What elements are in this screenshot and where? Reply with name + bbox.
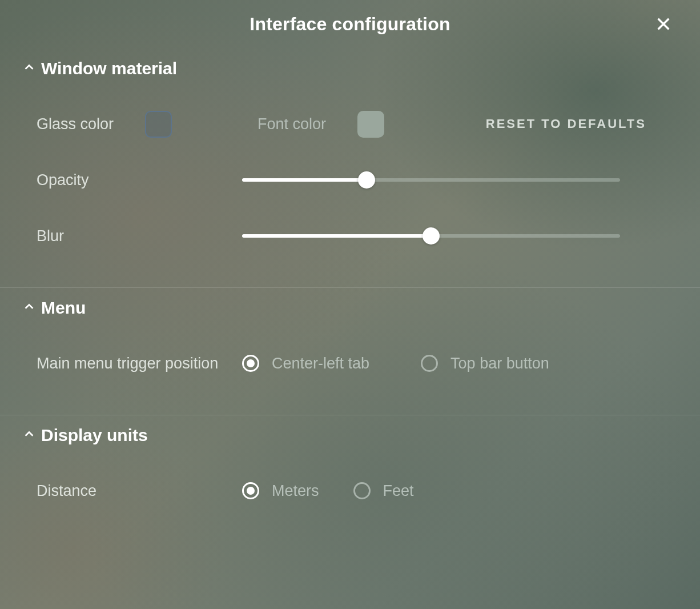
radio-icon: [242, 482, 259, 499]
close-icon: [655, 16, 671, 32]
close-button[interactable]: [652, 13, 675, 35]
radio-label: Center-left tab: [272, 355, 369, 372]
section-header-display-units[interactable]: Display units: [23, 426, 677, 445]
row-blur: Blur: [23, 222, 677, 250]
radio-icon: [353, 482, 371, 499]
radio-center-left-tab[interactable]: Center-left tab: [242, 355, 369, 372]
section-title: Display units: [41, 426, 148, 445]
row-opacity: Opacity: [23, 166, 677, 194]
slider-thumb[interactable]: [358, 171, 375, 189]
chevron-up-icon: [23, 61, 35, 76]
blur-label: Blur: [37, 227, 242, 245]
radio-meters[interactable]: Meters: [242, 482, 319, 500]
distance-label: Distance: [37, 482, 242, 500]
interface-config-dialog: Interface configuration Window material …: [0, 0, 700, 609]
dialog-title: Interface configuration: [0, 14, 700, 35]
section-window-material: Window material Glass color Font color R…: [0, 49, 700, 287]
chevron-up-icon: [23, 301, 35, 315]
glass-color-label: Glass color: [37, 115, 114, 133]
section-title: Window material: [41, 59, 177, 78]
section-header-menu[interactable]: Menu: [23, 298, 677, 318]
blur-slider[interactable]: [242, 227, 620, 245]
row-distance: Distance Meters Feet: [23, 476, 677, 505]
section-header-window-material[interactable]: Window material: [23, 59, 677, 78]
opacity-slider[interactable]: [242, 171, 620, 189]
section-title: Menu: [41, 298, 86, 318]
font-color-swatch[interactable]: [357, 111, 384, 138]
opacity-label: Opacity: [37, 171, 242, 189]
reset-defaults-button[interactable]: RESET TO DEFAULTS: [486, 117, 646, 131]
section-display-units: Display units Distance Meters Feet: [0, 415, 700, 542]
radio-feet[interactable]: Feet: [353, 482, 414, 500]
radio-icon: [421, 355, 438, 372]
radio-icon: [242, 355, 259, 372]
slider-thumb[interactable]: [423, 227, 440, 245]
radio-label: Top bar button: [450, 355, 549, 372]
section-menu: Menu Main menu trigger position Center-l…: [0, 287, 700, 415]
chevron-up-icon: [23, 428, 35, 443]
radio-label: Feet: [383, 482, 414, 500]
dialog-header: Interface configuration: [0, 0, 700, 49]
font-color-label: Font color: [258, 115, 326, 133]
menu-trigger-label: Main menu trigger position: [37, 355, 242, 372]
glass-color-swatch[interactable]: [145, 111, 172, 138]
radio-top-bar-button[interactable]: Top bar button: [421, 355, 549, 372]
row-menu-trigger: Main menu trigger position Center-left t…: [23, 349, 677, 378]
row-colors: Glass color Font color RESET TO DEFAULTS: [23, 110, 677, 138]
radio-label: Meters: [272, 482, 319, 500]
